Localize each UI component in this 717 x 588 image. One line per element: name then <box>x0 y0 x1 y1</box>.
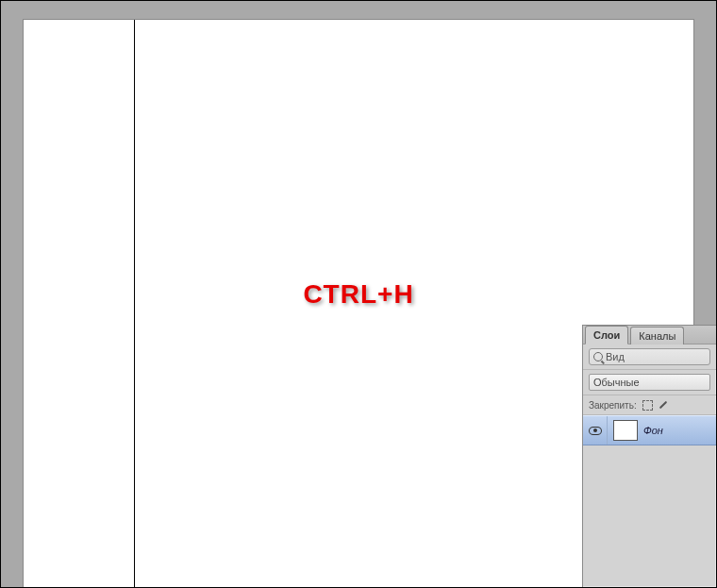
layer-name[interactable]: Фон <box>643 425 663 436</box>
blend-mode-row: Обычные <box>583 370 716 395</box>
lock-pixels-icon[interactable] <box>659 399 670 411</box>
layers-list: Фон <box>583 415 716 445</box>
layer-filter-label: Вид <box>606 351 625 362</box>
shortcut-overlay-text: CTRL+H <box>303 279 413 310</box>
layer-thumbnail[interactable] <box>613 420 638 441</box>
lock-row: Закрепить: <box>583 395 716 415</box>
panel-tabs: Слои Каналы <box>583 326 716 344</box>
layer-filter-select[interactable]: Вид <box>589 348 710 365</box>
layer-visibility-toggle[interactable] <box>583 416 608 445</box>
layer-filter-row: Вид <box>583 344 716 370</box>
eye-icon <box>589 427 602 435</box>
blend-mode-select[interactable]: Обычные <box>589 374 710 391</box>
lock-label: Закрепить: <box>589 400 637 411</box>
tab-layers[interactable]: Слои <box>585 326 628 344</box>
tab-channels[interactable]: Каналы <box>630 327 684 344</box>
layer-item[interactable]: Фон <box>583 415 716 445</box>
layers-panel: Слои Каналы Вид Обычные Закрепить: Фон <box>582 325 716 587</box>
search-icon <box>593 352 603 361</box>
guide-line <box>134 20 135 587</box>
lock-transparency-icon[interactable] <box>642 400 653 411</box>
